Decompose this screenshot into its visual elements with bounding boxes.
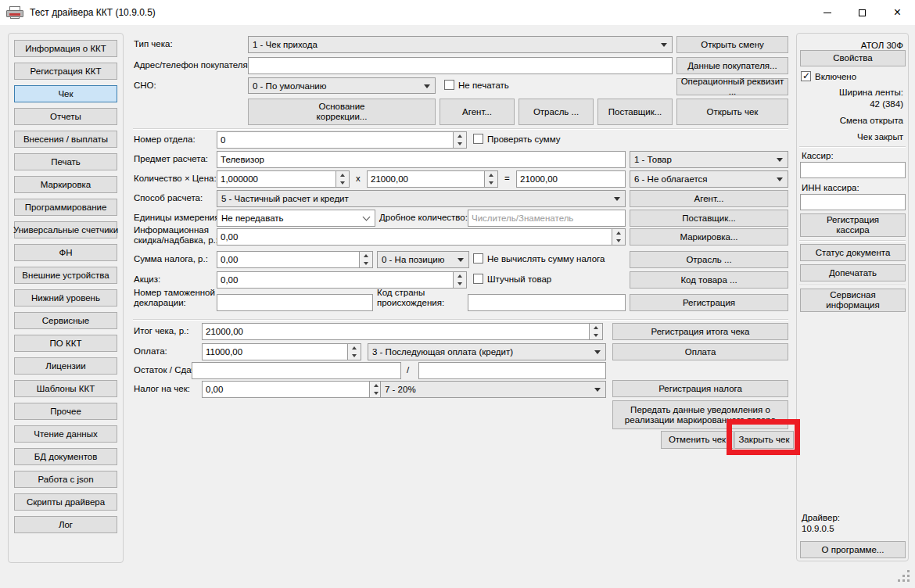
spinner[interactable] (336, 171, 349, 187)
industry-top-button[interactable]: Отрасль ... (518, 99, 594, 125)
payment-button[interactable]: Оплата (612, 343, 788, 360)
payment-input[interactable] (203, 344, 347, 360)
spinner[interactable] (612, 229, 625, 245)
sidebar-item-external-devices[interactable]: Внешние устройства (14, 267, 117, 284)
chevron-down-icon (594, 350, 601, 354)
sidebar-item-kkt-templates[interactable]: Шаблоны ККТ (14, 380, 117, 397)
rest-input[interactable] (192, 363, 400, 378)
checkbox-checked-icon (801, 71, 811, 81)
properties-button[interactable]: Свойства (800, 50, 906, 66)
enabled-checkbox[interactable]: Включено (801, 71, 856, 81)
sidebar-item-kkt-software[interactable]: ПО ККТ (14, 335, 117, 352)
window-title: Тест драйвера ККТ (10.9.0.5) (30, 7, 156, 18)
spinner[interactable] (453, 132, 466, 148)
marking-item-button[interactable]: Маркировка... (630, 228, 788, 246)
service-info-button[interactable]: Сервисная информация (800, 289, 906, 312)
driver-version-label: 10.9.0.5 (802, 524, 834, 533)
total-registration-button[interactable]: Регистрация итога чека (612, 323, 788, 340)
cashier-input[interactable] (801, 163, 905, 177)
sno-select[interactable]: 0 - По умолчанию (248, 77, 436, 94)
open-receipt-button[interactable]: Открыть чек (676, 99, 788, 125)
payment-method-label: Способ расчета: (134, 193, 203, 203)
amount-input[interactable] (517, 171, 625, 187)
close-button[interactable]: × (880, 0, 915, 25)
maximize-button[interactable] (845, 0, 880, 25)
open-shift-button[interactable]: Открыть смену (676, 36, 788, 53)
spinner[interactable] (453, 272, 466, 288)
registration-button[interactable]: Регистрация (630, 294, 788, 311)
change-input[interactable] (419, 363, 605, 378)
tax-mode-select[interactable]: 0 - На позицию (377, 251, 469, 268)
country-label: Код страны происхождения: (377, 288, 463, 308)
qty-input[interactable] (217, 171, 336, 187)
buyer-data-button[interactable]: Данные покупателя... (676, 57, 788, 74)
buyer-address-input[interactable] (249, 58, 672, 74)
department-input[interactable] (217, 132, 453, 148)
sidebar-item-marking[interactable]: Маркировка (14, 176, 117, 193)
about-button[interactable]: О программе... (800, 541, 906, 558)
sidebar-item-universal-counters[interactable]: Универсальные счетчики (14, 221, 117, 238)
sidebar-item-read-data[interactable]: Чтение данных (14, 425, 117, 443)
sidebar-item-driver-scripts[interactable]: Скрипты драйвера (14, 493, 117, 511)
industry-item-button[interactable]: Отрасль ... (630, 251, 788, 268)
sidebar-item-json[interactable]: Работа с json (14, 471, 117, 488)
tax-sum-input[interactable] (217, 252, 359, 267)
sidebar-item-licenses[interactable]: Лицензии (14, 357, 117, 375)
discount-input[interactable] (217, 229, 612, 245)
resize-grip[interactable] (898, 579, 900, 582)
sidebar-item-kkt-info[interactable]: Информация о ККТ (14, 40, 117, 57)
supplier-top-button[interactable]: Поставщик... (597, 99, 673, 125)
tax-type-select[interactable]: 6 - Не облагается (630, 170, 788, 188)
price-input[interactable] (368, 171, 484, 187)
subject-input[interactable] (217, 152, 625, 167)
agent-top-button[interactable]: Агент... (440, 99, 515, 125)
sidebar-item-cash-in-out[interactable]: Внесения / выплаты (14, 131, 117, 148)
sidebar-item-print[interactable]: Печать (14, 153, 117, 170)
spinner[interactable] (359, 252, 372, 267)
supplier-item-button[interactable]: Поставщик... (630, 210, 788, 227)
sidebar-item-service[interactable]: Сервисные (14, 312, 117, 329)
operational-attribute-button[interactable]: Операционный реквизит ... (676, 78, 788, 95)
tax-registration-button[interactable]: Регистрация налога (612, 380, 788, 397)
spinner[interactable] (484, 171, 497, 187)
receipt-tax-type-select[interactable]: 7 - 20% (380, 381, 606, 398)
sidebar-item-low-level[interactable]: Нижний уровень (14, 289, 117, 307)
payment-method-select[interactable]: 5 - Частичный расчет и кредит (217, 190, 626, 207)
sidebar-item-reports[interactable]: Отчеты (14, 108, 117, 125)
spinner[interactable] (589, 324, 602, 339)
check-sum-checkbox[interactable]: Проверять сумму (473, 134, 560, 144)
subject-type-select[interactable]: 1 - Товар (630, 151, 788, 168)
correction-basis-button[interactable]: Основание коррекции... (248, 99, 436, 125)
no-tax-calc-checkbox[interactable]: Не вычислять сумму налога (473, 253, 605, 264)
product-code-button[interactable]: Код товара ... (630, 271, 788, 289)
fractional-input[interactable] (468, 210, 625, 226)
receipt-type-select[interactable]: 1 - Чек прихода (248, 36, 673, 53)
sidebar-item-log[interactable]: Лог (14, 516, 117, 533)
payment-type-select[interactable]: 3 - Последующая оплата (кредит) (368, 343, 606, 360)
units-select[interactable]: Не передавать (217, 210, 375, 227)
sidebar-item-programming[interactable]: Программирование (14, 199, 117, 216)
country-input[interactable] (468, 295, 625, 310)
sidebar-item-fn[interactable]: ФН (14, 244, 117, 261)
agent-item-button[interactable]: Агент... (630, 190, 788, 207)
total-input[interactable] (203, 324, 589, 339)
sno-label: СНО: (134, 81, 156, 90)
cashier-registration-button[interactable]: Регистрация кассира (800, 213, 906, 237)
cashier-inn-input[interactable] (801, 195, 905, 210)
minimize-button[interactable] (809, 0, 845, 25)
piece-goods-checkbox[interactable]: Штучный товар (473, 274, 551, 284)
receipt-tax-input[interactable] (203, 382, 369, 397)
tape-width-label: Ширина ленты: 42 (384) (839, 87, 903, 110)
sidebar-item-other[interactable]: Прочее (14, 403, 117, 420)
sidebar-item-kkt-registration[interactable]: Регистрация ККТ (14, 63, 117, 80)
spinner[interactable] (347, 344, 361, 360)
excise-input[interactable] (217, 272, 453, 288)
cancel-receipt-button[interactable]: Отменить чек (661, 431, 734, 449)
customs-input[interactable] (217, 295, 372, 310)
sidebar-item-receipt[interactable]: Чек (14, 85, 117, 102)
reprint-button[interactable]: Допечатать (800, 264, 906, 281)
sidebar-item-doc-db[interactable]: БД документов (14, 448, 117, 465)
no-print-checkbox[interactable]: Не печатать (444, 80, 509, 90)
chevron-down-icon (777, 177, 783, 181)
doc-status-button[interactable]: Статус документа (800, 244, 906, 261)
